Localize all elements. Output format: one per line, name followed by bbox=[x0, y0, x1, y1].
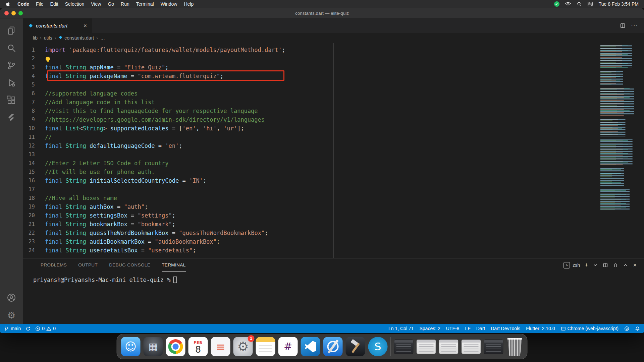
tab-close-icon[interactable]: × bbox=[82, 22, 88, 29]
wifi-icon[interactable] bbox=[565, 1, 571, 7]
dock-window-3[interactable] bbox=[439, 340, 459, 354]
code-line[interactable]: 9//https://developers.google.com/admin-s… bbox=[23, 115, 644, 124]
language-mode-item[interactable]: Dart bbox=[476, 326, 485, 331]
kill-terminal-trash-icon[interactable] bbox=[613, 262, 618, 268]
dock-vscode[interactable] bbox=[301, 337, 320, 356]
menu-file[interactable]: File bbox=[36, 1, 44, 7]
code-editor[interactable]: 1import 'package:flutterquiz/features/wa… bbox=[23, 43, 644, 258]
code-line[interactable]: 19final String authBox = "auth"; bbox=[23, 202, 644, 211]
split-editor-icon[interactable] bbox=[620, 23, 626, 28]
more-actions-icon[interactable]: ··· bbox=[631, 22, 638, 29]
code-line[interactable]: 17 bbox=[23, 185, 644, 194]
dock-chrome[interactable] bbox=[166, 337, 185, 356]
dock-build-tool[interactable] bbox=[346, 337, 365, 356]
menu-app-name[interactable]: Code bbox=[17, 1, 29, 7]
code-line[interactable]: 11// bbox=[23, 133, 644, 141]
dock-system-preferences[interactable]: ⚙1 bbox=[233, 337, 253, 356]
dock-trash[interactable] bbox=[506, 337, 523, 356]
code-line[interactable]: 2 bbox=[23, 54, 644, 63]
menu-view[interactable]: View bbox=[91, 1, 101, 7]
problems-item[interactable]: 0 0 bbox=[35, 326, 56, 331]
accounts-icon[interactable] bbox=[3, 289, 19, 306]
apple-menu-icon[interactable] bbox=[5, 1, 11, 7]
source-control-icon[interactable] bbox=[3, 57, 19, 74]
terminal-launch-icon[interactable]: > bbox=[564, 262, 570, 268]
code-line[interactable]: 22final String guessTheWordBookmarkBox =… bbox=[23, 229, 644, 237]
explorer-icon[interactable] bbox=[3, 22, 19, 39]
breadcrumb-item[interactable]: … bbox=[100, 35, 105, 41]
cursor-position-item[interactable]: Ln 1, Col 71 bbox=[388, 326, 414, 331]
eol-item[interactable]: LF bbox=[465, 326, 470, 331]
menu-go[interactable]: Go bbox=[108, 1, 114, 7]
new-terminal-icon[interactable]: + bbox=[585, 262, 588, 268]
menu-run[interactable]: Run bbox=[121, 1, 129, 7]
code-line[interactable]: 18//Hive all boxes name bbox=[23, 194, 644, 202]
dart-devtools-item[interactable]: Dart DevTools bbox=[491, 326, 520, 331]
notifications-item[interactable] bbox=[635, 326, 640, 331]
dock-window-2[interactable] bbox=[417, 340, 436, 354]
code-line[interactable]: 21final String bookmarkBox = "bookmark"; bbox=[23, 220, 644, 229]
flutter-version-item[interactable]: Flutter: 2.10.0 bbox=[526, 326, 555, 331]
split-terminal-icon[interactable] bbox=[603, 262, 608, 268]
code-line[interactable]: 23final String audioBookmarkBox = "audio… bbox=[23, 237, 644, 246]
dock-slack[interactable]: # bbox=[278, 337, 298, 356]
minimize-window-button[interactable] bbox=[11, 11, 16, 15]
dock-skype[interactable]: S bbox=[368, 337, 388, 356]
dock-xcode[interactable] bbox=[323, 337, 343, 356]
panel-tab-debug-console[interactable]: DEBUG CONSOLE bbox=[109, 258, 150, 272]
maximize-panel-chevron-icon[interactable] bbox=[623, 262, 628, 268]
minimap[interactable] bbox=[600, 45, 639, 211]
panel-tab-terminal[interactable]: TERMINAL bbox=[162, 258, 185, 272]
settings-gear-icon[interactable]: ⚙ bbox=[3, 306, 19, 324]
code-line[interactable]: 13 bbox=[23, 150, 644, 159]
spotlight-search-icon[interactable] bbox=[577, 1, 582, 7]
menu-edit[interactable]: Edit bbox=[50, 1, 58, 7]
dock-calendar[interactable]: FEB8 bbox=[189, 337, 208, 356]
panel-tab-output[interactable]: OUTPUT bbox=[78, 258, 98, 272]
dock-launchpad[interactable]: ▦ bbox=[144, 337, 163, 356]
code-line[interactable]: 5 bbox=[23, 80, 644, 89]
window-title-bar[interactable]: constants.dart — elite-quiz bbox=[0, 8, 644, 18]
search-icon[interactable] bbox=[3, 39, 19, 57]
terminal-dropdown-chevron-icon[interactable] bbox=[593, 262, 598, 268]
dock-finder[interactable]: ☺ bbox=[121, 337, 141, 356]
tab-constants-dart[interactable]: constants.dart × bbox=[23, 18, 93, 33]
code-line[interactable]: 12final String defaultLanguageCode = 'en… bbox=[23, 141, 644, 150]
menu-extra-check-icon[interactable]: ✓ bbox=[554, 1, 559, 7]
code-line[interactable]: 20final String settingsBox = "settings"; bbox=[23, 211, 644, 220]
breadcrumb-item[interactable]: constants.dart bbox=[58, 35, 94, 41]
dock-window-1[interactable] bbox=[394, 340, 414, 354]
code-line[interactable]: 24final String userdetailsBox = "userdet… bbox=[23, 246, 644, 255]
dock-reminders[interactable]: ≡ bbox=[211, 337, 230, 356]
code-line[interactable]: 6//supporated language codes bbox=[23, 89, 644, 98]
feedback-item[interactable] bbox=[624, 326, 629, 331]
breadcrumb-item[interactable]: lib bbox=[33, 35, 38, 41]
code-line[interactable]: 8//visit this to find languageCode for y… bbox=[23, 107, 644, 115]
code-line[interactable]: 16final String initialSelectedCountryCod… bbox=[23, 176, 644, 185]
code-line[interactable]: 10final List<String> supporatedLocales =… bbox=[23, 124, 644, 133]
menu-bar-clock[interactable]: Tue 8 Feb 3:54 PM bbox=[599, 1, 639, 7]
control-center-icon[interactable] bbox=[587, 1, 593, 7]
code-line[interactable]: 14//Enter 2 Letter ISO Code of country bbox=[23, 159, 644, 168]
code-line[interactable]: 15//It will be use for phone auth. bbox=[23, 168, 644, 176]
git-branch-item[interactable]: main bbox=[4, 326, 21, 331]
lightbulb-icon[interactable] bbox=[46, 57, 50, 61]
menu-terminal[interactable]: Terminal bbox=[136, 1, 154, 7]
launch-target-item[interactable]: Chrome (web-javascript) bbox=[561, 326, 619, 331]
close-panel-icon[interactable]: × bbox=[633, 262, 637, 268]
panel-tab-problems[interactable]: PROBLEMS bbox=[41, 258, 67, 272]
dock-notes[interactable] bbox=[256, 337, 275, 356]
dock-window-4[interactable] bbox=[462, 340, 481, 354]
terminal[interactable]: priyansh@Priyanshs-Mac-mini elite-quiz % bbox=[23, 272, 644, 283]
breadcrumb-item[interactable]: utils bbox=[44, 35, 52, 41]
flutter-extension-icon[interactable] bbox=[3, 109, 19, 126]
zoom-window-button[interactable] bbox=[18, 11, 23, 15]
extensions-icon[interactable] bbox=[3, 92, 19, 109]
dock-window-5[interactable] bbox=[484, 340, 503, 354]
menu-selection[interactable]: Selection bbox=[65, 1, 85, 7]
code-line[interactable]: 1import 'package:flutterquiz/features/wa… bbox=[23, 46, 644, 54]
shell-name[interactable]: zsh bbox=[573, 262, 580, 268]
menu-window[interactable]: Window bbox=[161, 1, 177, 7]
run-debug-icon[interactable] bbox=[3, 74, 19, 92]
menu-help[interactable]: Help bbox=[184, 1, 194, 7]
